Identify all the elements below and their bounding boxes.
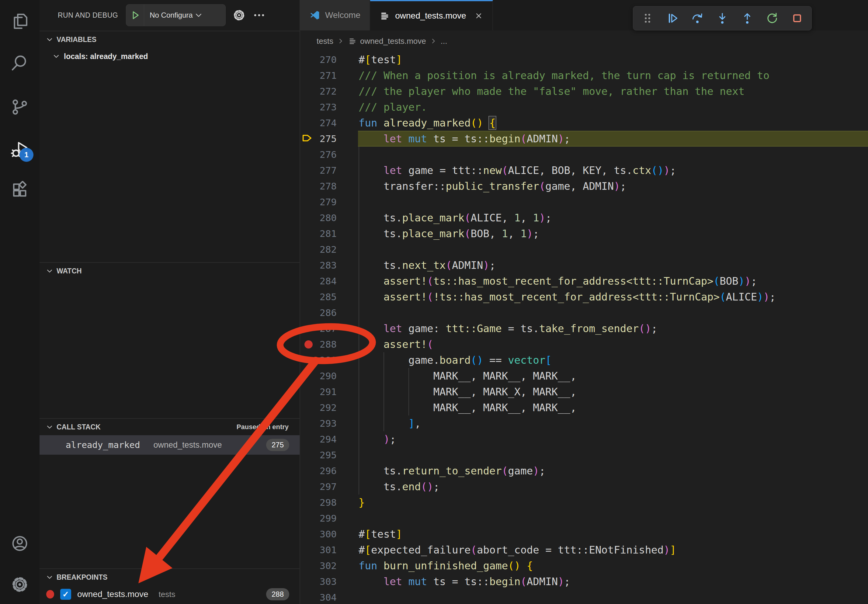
- step-over-button[interactable]: [690, 11, 704, 25]
- breadcrumb-item[interactable]: ...: [441, 37, 447, 46]
- line-number[interactable]: 302: [300, 560, 337, 571]
- step-into-button[interactable]: [715, 11, 729, 25]
- line-number[interactable]: 291: [300, 386, 337, 397]
- code-line-303[interactable]: 303 let mut ts = ts::begin(ADMIN);: [300, 574, 868, 589]
- line-number[interactable]: 287: [300, 323, 337, 334]
- line-number[interactable]: 284: [300, 276, 337, 287]
- breakpoint-row[interactable]: ✓owned_tests.movetests288: [40, 585, 299, 603]
- line-number[interactable]: 299: [300, 513, 337, 524]
- restart-button[interactable]: [765, 11, 779, 25]
- code-line-280[interactable]: 280 ts.place_mark(ALICE, 1, 1);: [300, 210, 868, 226]
- code-line-278[interactable]: 278 transfer::public_transfer(game, ADMI…: [300, 178, 868, 194]
- code-line-275[interactable]: 275 let mut ts = ts::begin(ADMIN);: [300, 131, 868, 147]
- activity-bar-item-account[interactable]: [0, 533, 40, 554]
- activity-bar-item-extensions[interactable]: [0, 180, 40, 201]
- code-line-301[interactable]: 301#[expected_failure(abort_code = ttt::…: [300, 542, 868, 558]
- code-line-270[interactable]: 270#[test]: [300, 52, 868, 68]
- debug-config-dropdown[interactable]: No Configura: [126, 4, 226, 26]
- code-line-291[interactable]: 291 MARK__, MARK_X, MARK__,: [300, 384, 868, 400]
- line-number[interactable]: 296: [300, 465, 337, 476]
- line-number[interactable]: 274: [300, 118, 337, 129]
- code-line-294[interactable]: 294 );: [300, 431, 868, 447]
- code-line-299[interactable]: 299: [300, 510, 868, 526]
- debug-settings-gear-button[interactable]: [232, 9, 246, 22]
- code-line-276[interactable]: 276: [300, 147, 868, 163]
- call-stack-frame[interactable]: already_markedowned_tests.move275: [40, 435, 299, 455]
- line-number[interactable]: 271: [300, 70, 337, 81]
- line-number[interactable]: 277: [300, 165, 337, 176]
- breadcrumb-item[interactable]: tests: [316, 37, 333, 46]
- code-line-290[interactable]: 290 MARK__, MARK__, MARK__,: [300, 368, 868, 384]
- line-number[interactable]: 281: [300, 228, 337, 239]
- variables-section-header[interactable]: VARIABLES: [40, 31, 299, 48]
- tab-owned-tests-move[interactable]: owned_tests.move: [370, 0, 493, 30]
- code-line-286[interactable]: 286: [300, 305, 868, 321]
- activity-bar-item-search[interactable]: [0, 52, 40, 74]
- watch-section-header[interactable]: WATCH: [40, 263, 299, 279]
- activity-bar-item-settings[interactable]: [0, 574, 40, 595]
- line-number[interactable]: 295: [300, 449, 337, 460]
- line-number[interactable]: 283: [300, 260, 337, 271]
- code-line-300[interactable]: 300#[test]: [300, 526, 868, 542]
- breakpoint-dot-icon[interactable]: [304, 340, 313, 348]
- code-line-271[interactable]: 271/// When a position is already marked…: [300, 68, 868, 83]
- line-number[interactable]: 280: [300, 212, 337, 223]
- stop-button[interactable]: [790, 11, 804, 25]
- breadcrumb-item[interactable]: owned_tests.move: [348, 37, 426, 46]
- line-number[interactable]: 293: [300, 418, 337, 429]
- start-debug-button[interactable]: [126, 5, 144, 26]
- code-line-285[interactable]: 285 assert!(!ts::has_most_recent_for_add…: [300, 289, 868, 305]
- line-number[interactable]: 294: [300, 434, 337, 444]
- call-stack-section-header[interactable]: CALL STACK Paused on entry: [40, 419, 299, 435]
- line-number[interactable]: 292: [300, 402, 337, 413]
- code-line-277[interactable]: 277 let game = ttt::new(ALICE, BOB, KEY,…: [300, 163, 868, 178]
- line-number[interactable]: 285: [300, 291, 337, 302]
- code-line-287[interactable]: 287 let game: ttt::Game = ts.take_from_s…: [300, 321, 868, 336]
- tab-welcome[interactable]: Welcome: [300, 0, 370, 30]
- views-more-actions-button[interactable]: [253, 9, 266, 22]
- line-number[interactable]: 272: [300, 86, 337, 97]
- code-line-274[interactable]: 274fun already_marked() {: [300, 115, 868, 131]
- drag-handle-button[interactable]: [640, 11, 654, 25]
- breakpoints-section-header[interactable]: BREAKPOINTS: [40, 569, 299, 585]
- code-line-283[interactable]: 283 ts.next_tx(ADMIN);: [300, 257, 868, 273]
- line-number[interactable]: 304: [300, 592, 337, 603]
- line-number[interactable]: 301: [300, 544, 337, 555]
- code-line-302[interactable]: 302fun burn_unfinished_game() {: [300, 558, 868, 574]
- code-line-273[interactable]: 273/// player.: [300, 99, 868, 115]
- close-tab-button[interactable]: [474, 11, 483, 20]
- line-number[interactable]: 297: [300, 481, 337, 492]
- activity-bar-item-source-control[interactable]: [0, 96, 40, 118]
- line-number[interactable]: 270: [300, 54, 337, 65]
- code-line-292[interactable]: 292 MARK__, MARK__, MARK__,: [300, 400, 868, 415]
- code-line-272[interactable]: 272/// the player who made the "false" m…: [300, 83, 868, 99]
- line-number[interactable]: 282: [300, 244, 337, 255]
- code-line-289[interactable]: 289 game.board() == vector[: [300, 352, 868, 368]
- activity-bar-item-run-and-debug[interactable]: 1: [0, 139, 40, 161]
- line-number[interactable]: 273: [300, 102, 337, 113]
- code-line-293[interactable]: 293 ],: [300, 415, 868, 431]
- line-number[interactable]: 290: [300, 370, 337, 381]
- code-line-284[interactable]: 284 assert!(ts::has_most_recent_for_addr…: [300, 273, 868, 289]
- locals-scope-row[interactable]: locals: already_marked: [40, 48, 299, 65]
- step-out-button[interactable]: [740, 11, 754, 25]
- code-line-281[interactable]: 281 ts.place_mark(BOB, 1, 1);: [300, 226, 868, 242]
- line-number[interactable]: 298: [300, 497, 337, 508]
- line-number[interactable]: 300: [300, 528, 337, 539]
- code-line-304[interactable]: 304: [300, 589, 868, 604]
- code-line-279[interactable]: 279: [300, 194, 868, 210]
- code-editor[interactable]: 270#[test]271/// When a position is alre…: [300, 52, 868, 604]
- continue-button[interactable]: [665, 11, 679, 25]
- code-line-298[interactable]: 298}: [300, 494, 868, 510]
- line-number[interactable]: 276: [300, 149, 337, 160]
- line-number[interactable]: 278: [300, 181, 337, 192]
- code-line-295[interactable]: 295: [300, 447, 868, 463]
- line-number[interactable]: 286: [300, 307, 337, 318]
- line-number[interactable]: 289: [300, 355, 337, 365]
- code-line-282[interactable]: 282: [300, 242, 868, 257]
- line-number[interactable]: 303: [300, 576, 337, 587]
- line-number[interactable]: 279: [300, 197, 337, 208]
- code-line-297[interactable]: 297 ts.end();: [300, 479, 868, 494]
- breakpoint-checkbox[interactable]: ✓: [60, 589, 71, 600]
- code-line-296[interactable]: 296 ts.return_to_sender(game);: [300, 463, 868, 479]
